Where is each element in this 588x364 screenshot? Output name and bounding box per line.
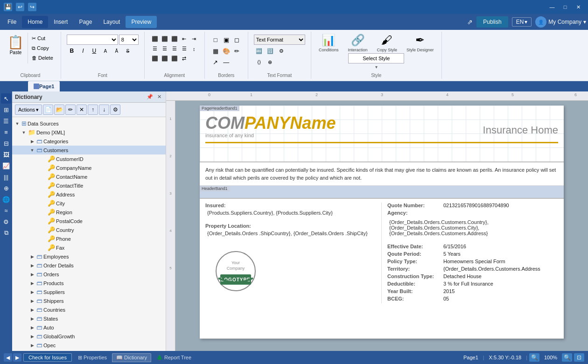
indent-decrease[interactable]: ⇤ xyxy=(180,35,189,43)
align-top-left[interactable]: ⬛ xyxy=(150,35,160,43)
tree-orderdetails[interactable]: ▶ 🗃 Order Details xyxy=(12,261,166,270)
font-size-select[interactable]: 8 xyxy=(119,35,139,45)
close-button[interactable]: ✕ xyxy=(572,2,584,12)
tree-countries[interactable]: ▶ 🗃 Countries xyxy=(12,305,166,314)
tree-fax[interactable]: ▶ 🔑 Fax xyxy=(12,243,166,252)
action-settings[interactable]: ⚙ xyxy=(110,105,120,115)
left-tool-3[interactable]: ☰ xyxy=(1,116,11,126)
align-bot-right[interactable]: ⬛ xyxy=(170,54,179,63)
left-tool-5[interactable]: ⊟ xyxy=(1,138,11,148)
next-arrow[interactable]: ▶ xyxy=(13,353,21,362)
tree-suppliers[interactable]: ▶ 🗃 Suppliers xyxy=(12,287,166,296)
action-open[interactable]: 📂 xyxy=(54,105,64,115)
left-tool-11[interactable]: ≈ xyxy=(1,205,11,216)
tf-btn-3[interactable]: ⚙ xyxy=(276,46,287,56)
border-btn-2[interactable]: ▣ xyxy=(221,35,231,45)
menu-home[interactable]: Home xyxy=(22,16,48,28)
italic-button[interactable]: I xyxy=(78,46,88,56)
tree-contactname[interactable]: ▶ 🔑 ContactName xyxy=(12,172,166,181)
tf-btn-2[interactable]: 🔢 xyxy=(265,46,275,56)
menu-file[interactable]: File xyxy=(2,16,22,28)
tree-auto[interactable]: ▶ 🗃 Auto xyxy=(12,323,166,332)
toggle-demo-xml[interactable]: ▼ xyxy=(21,129,27,136)
action-move-down[interactable]: ↓ xyxy=(99,105,109,115)
align-bot-center[interactable]: ⬛ xyxy=(160,54,169,63)
left-tool-13[interactable]: ⧉ xyxy=(1,228,11,238)
language-button[interactable]: EN ▾ xyxy=(512,17,532,27)
align-mid-left[interactable]: ☰ xyxy=(150,44,160,53)
zoom-out-button[interactable]: 🔍 xyxy=(529,353,539,362)
tree-globalgrowth[interactable]: ▶ 🗃 GlobalGrowth xyxy=(12,332,166,341)
left-tool-6[interactable]: 🖼 xyxy=(1,149,11,160)
copy-button[interactable]: ⧉ Copy xyxy=(30,43,55,53)
menu-layout[interactable]: Layout xyxy=(98,16,126,28)
tf-btn-4[interactable]: ⟨⟩ xyxy=(254,57,264,67)
properties-tab[interactable]: ⊞ Properties xyxy=(74,353,111,362)
left-tool-12[interactable]: ⚙ xyxy=(1,217,11,227)
font-color-button[interactable]: A xyxy=(100,46,111,56)
align-bot-left[interactable]: ⬛ xyxy=(150,54,160,63)
delete-button[interactable]: 🗑 Delete xyxy=(30,53,55,63)
border-btn-3[interactable]: ◻ xyxy=(232,35,242,45)
action-move-up[interactable]: ↑ xyxy=(88,105,98,115)
border-style[interactable]: — xyxy=(221,57,231,67)
left-tool-pointer[interactable]: ↖ xyxy=(1,93,11,104)
action-edit[interactable]: ✏ xyxy=(65,105,76,115)
select-style-box[interactable]: Select Style xyxy=(348,53,404,63)
align-justify[interactable]: ☰ xyxy=(180,44,189,53)
line-color[interactable]: ✏ xyxy=(232,46,242,56)
paste-button[interactable]: 📋 Paste xyxy=(4,33,28,63)
border-btn-4[interactable]: ▦ xyxy=(210,46,221,56)
tree-postalcode[interactable]: ▶ 🔑 PostalCode xyxy=(12,217,166,225)
interaction-button[interactable]: 🔗 Interaction xyxy=(345,33,371,53)
action-delete[interactable]: ✕ xyxy=(77,105,87,115)
indent-increase[interactable]: ⇥ xyxy=(189,35,199,43)
publish-button[interactable]: Publish xyxy=(476,16,508,28)
tab-page1[interactable]: Page1 xyxy=(28,81,60,91)
toggle-datasources[interactable]: ▼ xyxy=(14,120,21,127)
fill-color[interactable]: 🎨 xyxy=(221,46,231,56)
check-issues-button[interactable]: Check for Issues xyxy=(23,353,72,362)
left-tool-7[interactable]: 📈 xyxy=(1,161,11,171)
tf-btn-5[interactable]: ⊕ xyxy=(265,57,275,67)
toggle-customers[interactable]: ▼ xyxy=(29,147,35,154)
align-top-center[interactable]: ⬛ xyxy=(160,35,169,43)
tree-address[interactable]: ▶ 🔑 Address xyxy=(12,190,166,199)
toggle-categories[interactable]: ▶ xyxy=(29,138,35,145)
menu-preview[interactable]: Preview xyxy=(126,16,157,28)
tree-customers[interactable]: ▼ 🗃 Customers xyxy=(12,146,166,154)
style-designer-button[interactable]: ✒ Style Designer xyxy=(404,33,437,53)
tree-customerid[interactable]: ▶ 🔑 CustomerID xyxy=(12,154,166,163)
left-tool-8[interactable]: ||| xyxy=(1,172,11,182)
tf-btn-1[interactable]: 🔤 xyxy=(254,46,264,56)
tree-opec[interactable]: ▶ 🗃 Opec xyxy=(12,341,166,350)
line-spacing[interactable]: ↕ xyxy=(189,44,199,53)
undo-icon[interactable]: ↩ xyxy=(16,3,24,11)
redo-icon[interactable]: ↪ xyxy=(28,3,36,11)
maximize-button[interactable]: □ xyxy=(559,2,571,12)
zoom-in-button[interactable]: 🔍 xyxy=(562,353,572,362)
tree-companyname[interactable]: ▶ 🔑 CompanyName xyxy=(12,163,166,172)
tree-states[interactable]: ▶ 🗃 States xyxy=(12,314,166,323)
action-new[interactable]: 📄 xyxy=(43,105,53,115)
conditions-button[interactable]: 📊 Conditions xyxy=(316,33,342,53)
tree-country[interactable]: ▶ 🔑 Country xyxy=(12,225,166,234)
minimize-button[interactable]: — xyxy=(546,2,558,12)
copy-style-button[interactable]: 🖌 Copy Style xyxy=(374,33,400,53)
left-tool-10[interactable]: 🌐 xyxy=(1,194,11,204)
textformat-select[interactable]: Text Format xyxy=(254,35,305,45)
save-icon[interactable]: 💾 xyxy=(4,3,12,11)
tree-categories[interactable]: ▶ 🗃 Categories xyxy=(12,137,166,146)
panel-close-icon[interactable]: ✕ xyxy=(155,93,163,101)
share-icon[interactable]: ⇗ xyxy=(467,18,473,26)
rtl-toggle[interactable]: ⇄ xyxy=(180,54,189,63)
underline-button[interactable]: U xyxy=(89,46,99,56)
tree-phone[interactable]: ▶ 🔑 Phone xyxy=(12,234,166,243)
tree-demo-xml[interactable]: ▼ 📁 Demo [XML] xyxy=(12,128,166,137)
tree-shippers[interactable]: ▶ 🗃 Shippers xyxy=(12,296,166,305)
prev-arrow[interactable]: ◀ xyxy=(4,353,12,362)
tree-products[interactable]: ▶ 🗃 Products xyxy=(12,279,166,287)
font-family-select[interactable] xyxy=(67,35,118,45)
tree-orders[interactable]: ▶ 🗃 Orders xyxy=(12,270,166,279)
tree-city[interactable]: ▶ 🔑 City xyxy=(12,199,166,208)
